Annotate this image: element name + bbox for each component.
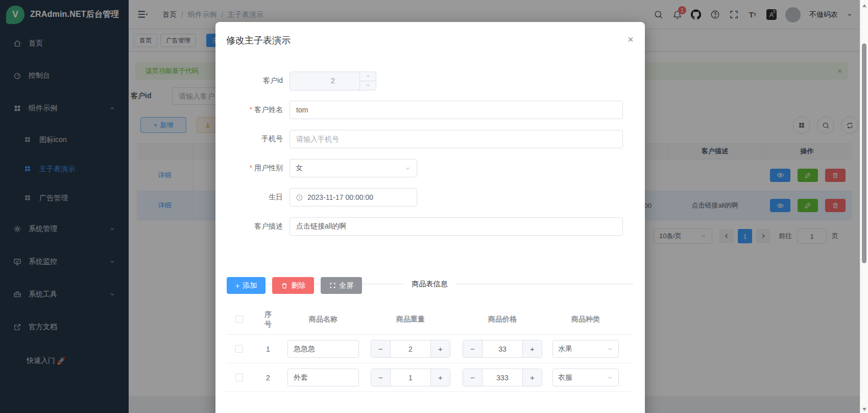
fullscreen-button[interactable]: 全屏: [321, 277, 362, 294]
field-label-name: 客户姓名: [226, 105, 290, 114]
dialog-form: 客户id 2 客户姓名 手机号 用户性别: [226, 72, 630, 236]
field-label-id: 客户id: [226, 76, 290, 85]
scroll-up-arrow[interactable]: [862, 4, 866, 7]
chevron-down-icon: [607, 346, 613, 352]
phone-input[interactable]: [290, 130, 623, 148]
row-checkbox[interactable]: [235, 345, 243, 353]
chevron-down-icon: [607, 375, 613, 381]
increase-icon[interactable]: [360, 72, 376, 81]
product-name-input[interactable]: [287, 340, 359, 358]
col-header-price: 商品价格: [488, 315, 517, 324]
field-label-sex: 用户性别: [226, 164, 290, 173]
scroll-down-arrow[interactable]: [862, 408, 866, 411]
product-type-select[interactable]: 水果: [552, 340, 619, 358]
weight-stepper: − 2 +: [371, 340, 450, 358]
col-header-type: 商品种类: [571, 315, 600, 324]
product-row: 1 − 2 + − 33 +: [226, 335, 633, 363]
field-label-birthday: 生日: [226, 193, 290, 202]
scrollbar-thumb[interactable]: [862, 43, 866, 263]
customer-name-input[interactable]: [290, 101, 623, 119]
row-index: 1: [252, 345, 284, 353]
select-all-checkbox[interactable]: [235, 315, 243, 323]
plus-button[interactable]: +: [522, 340, 542, 357]
minus-button[interactable]: −: [371, 369, 391, 386]
product-table: 序号 商品名称 商品重量 商品价格 商品种类 1 − 2 +: [226, 304, 633, 392]
field-label-desc: 客户描述: [226, 222, 290, 231]
field-label-phone: 手机号: [226, 134, 290, 144]
product-table-header: 序号 商品名称 商品重量 商品价格 商品种类: [226, 304, 633, 335]
chevron-down-icon: [404, 165, 411, 172]
col-header-no: 序号: [263, 310, 273, 329]
price-stepper: − 333 +: [463, 369, 542, 386]
plus-button[interactable]: +: [430, 369, 450, 386]
price-stepper: − 33 +: [463, 340, 542, 358]
plus-button[interactable]: +: [522, 369, 542, 386]
minus-button[interactable]: −: [371, 340, 391, 357]
trash-icon: [281, 282, 288, 289]
number-stepper[interactable]: [359, 72, 376, 90]
minus-button[interactable]: −: [463, 369, 483, 386]
close-icon[interactable]: ×: [628, 34, 634, 44]
clock-icon: [296, 194, 303, 201]
row-add-button[interactable]: +添加: [227, 277, 266, 294]
product-row: 2 − 1 + − 333 +: [226, 363, 633, 392]
minus-button[interactable]: −: [463, 340, 483, 357]
col-header-weight: 商品重量: [396, 315, 425, 324]
row-checkbox[interactable]: [235, 374, 243, 381]
weight-stepper: − 1 +: [371, 369, 450, 386]
plus-button[interactable]: +: [430, 340, 450, 357]
customer-desc-input[interactable]: [290, 217, 623, 236]
plus-icon: +: [235, 282, 239, 290]
product-type-select[interactable]: 衣服: [552, 369, 619, 386]
product-name-input[interactable]: [287, 369, 359, 386]
row-delete-button[interactable]: 删除: [272, 277, 314, 294]
birthday-picker[interactable]: 2023-11-17 00:00:00: [290, 188, 417, 206]
row-index: 2: [252, 374, 284, 382]
customer-id-input: 2: [290, 72, 376, 90]
browser-scrollbar[interactable]: [860, 0, 868, 413]
sex-select[interactable]: 女: [290, 159, 417, 177]
divider-title: 商品表信息: [404, 280, 456, 289]
decrease-icon[interactable]: [360, 81, 376, 90]
fullscreen-icon: [329, 282, 336, 289]
edit-dialog: 修改主子表演示 × 客户id 2 客户姓名 手机号: [215, 22, 645, 413]
app-root: V ZRAdmin.NET后台管理 首页 控制台 组件示例 图标icon 主子表…: [0, 0, 868, 413]
col-header-name: 商品名称: [309, 315, 337, 324]
dialog-title: 修改主子表演示: [226, 34, 291, 47]
sub-table-toolbar: +添加 删除 全屏: [227, 277, 362, 294]
